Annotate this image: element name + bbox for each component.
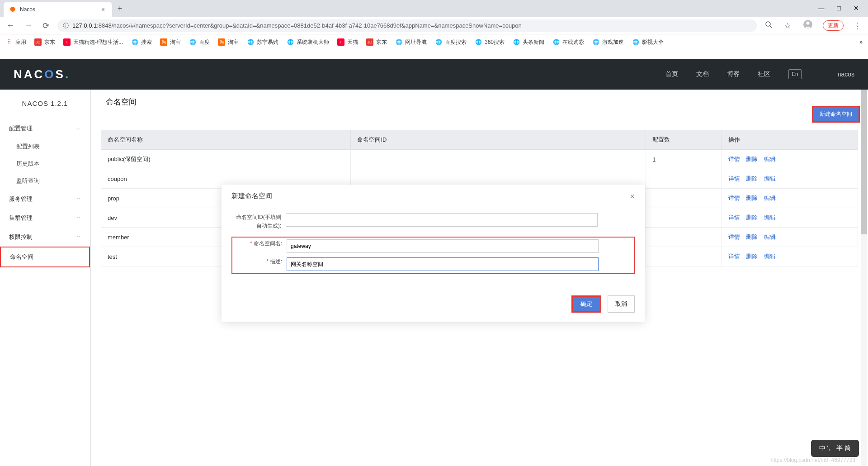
cell-ops: 详情 删除 编辑 bbox=[722, 169, 858, 189]
globe-icon: 🌐 bbox=[592, 38, 599, 46]
apps-button[interactable]: ⠿应用 bbox=[5, 38, 26, 46]
reload-icon[interactable]: ⟳ bbox=[41, 19, 51, 33]
close-window-icon[interactable]: ✕ bbox=[854, 5, 859, 12]
header-user[interactable]: nacos bbox=[838, 71, 854, 78]
bookmark-item[interactable]: 🌐游戏加速 bbox=[592, 38, 624, 46]
op-edit[interactable]: 编辑 bbox=[764, 253, 776, 260]
bookmark-overflow-icon[interactable]: » bbox=[859, 39, 863, 45]
nav-home[interactable]: 首页 bbox=[665, 70, 678, 78]
cell-ops: 详情 删除 编辑 bbox=[722, 150, 858, 169]
menu-icon[interactable]: ⋮ bbox=[852, 19, 863, 33]
op-delete[interactable]: 删除 bbox=[746, 253, 758, 260]
sidebar-item-history[interactable]: 历史版本 bbox=[0, 155, 90, 172]
op-delete[interactable]: 删除 bbox=[746, 156, 758, 162]
op-edit[interactable]: 编辑 bbox=[764, 233, 776, 240]
back-icon[interactable]: ← bbox=[5, 19, 16, 32]
globe-icon: 🌐 bbox=[131, 38, 138, 46]
star-icon[interactable]: ☆ bbox=[782, 19, 793, 33]
lang-toggle[interactable]: En bbox=[788, 69, 802, 79]
op-detail[interactable]: 详情 bbox=[728, 214, 740, 221]
globe-icon: 🌐 bbox=[552, 38, 560, 46]
jd-icon: JD bbox=[366, 38, 373, 46]
col-name: 命名空间名称 bbox=[101, 130, 351, 150]
address-bar: ← → ⟳ ⓘ 127.0.0.1:8848/nacos/#/namespace… bbox=[0, 17, 868, 34]
bookmark-item[interactable]: 🌐苏宁易购 bbox=[247, 38, 278, 46]
toolbar-right: ☆ 更新 ⋮ bbox=[763, 18, 863, 33]
forward-icon[interactable]: → bbox=[23, 19, 34, 32]
url-input[interactable]: ⓘ 127.0.0.1:8848/nacos/#/namespace?serve… bbox=[57, 19, 757, 32]
nav-blog[interactable]: 博客 bbox=[727, 70, 740, 78]
profile-icon[interactable] bbox=[801, 18, 815, 33]
cell-name: public(保留空间) bbox=[101, 150, 351, 169]
globe-icon: 🌐 bbox=[513, 38, 520, 46]
op-detail[interactable]: 详情 bbox=[728, 253, 740, 260]
sidebar-item-service-mgmt[interactable]: 服务管理﹀ bbox=[0, 190, 90, 209]
bookmark-item[interactable]: 🌐网址导航 bbox=[395, 38, 427, 46]
bookmark-item[interactable]: 🌐在线购彩 bbox=[552, 38, 584, 46]
maximize-icon[interactable]: □ bbox=[837, 5, 841, 12]
version-label: NACOS 1.2.1 bbox=[0, 100, 90, 107]
bookmark-item[interactable]: 🌐搜索 bbox=[131, 38, 152, 46]
browser-tab[interactable]: Nacos × bbox=[4, 2, 112, 17]
op-detail[interactable]: 详情 bbox=[728, 233, 740, 240]
bookmark-item[interactable]: T天猫精选-理想生活... bbox=[63, 38, 123, 46]
tab-bar: Nacos × + — □ ✕ bbox=[0, 0, 868, 17]
bookmark-item[interactable]: JD京东 bbox=[34, 38, 55, 46]
create-namespace-highlight: 新建命名空间 bbox=[812, 106, 860, 123]
nav-docs[interactable]: 文档 bbox=[696, 70, 709, 78]
site-info-icon[interactable]: ⓘ bbox=[63, 22, 69, 30]
update-button[interactable]: 更新 bbox=[823, 20, 844, 31]
chevron-down-icon: ﹀ bbox=[76, 215, 81, 221]
bookmark-item[interactable]: JD京东 bbox=[366, 38, 387, 46]
bookmark-item[interactable]: 淘淘宝 bbox=[218, 38, 239, 46]
minimize-icon[interactable]: — bbox=[818, 5, 825, 12]
tab-title: Nacos bbox=[20, 6, 96, 13]
nav-community[interactable]: 社区 bbox=[758, 70, 770, 78]
sidebar-item-config-list[interactable]: 配置列表 bbox=[0, 138, 90, 155]
modal-close-icon[interactable]: × bbox=[630, 192, 635, 201]
scroll-thumb[interactable] bbox=[861, 90, 867, 234]
apps-icon: ⠿ bbox=[5, 38, 13, 46]
sidebar-item-cluster-mgmt[interactable]: 集群管理﹀ bbox=[0, 209, 90, 228]
new-tab-icon[interactable]: + bbox=[112, 4, 128, 14]
bookmark-item[interactable]: 🌐系统装机大师 bbox=[287, 38, 329, 46]
op-edit[interactable]: 编辑 bbox=[764, 195, 776, 201]
globe-icon: 🌐 bbox=[632, 38, 639, 46]
bookmark-item[interactable]: 🌐头条新闻 bbox=[513, 38, 544, 46]
bookmark-item[interactable]: 🌐360搜索 bbox=[475, 38, 505, 46]
ime-indicator[interactable]: 中 '。 半 简 bbox=[811, 440, 859, 457]
taobao-icon: 淘 bbox=[218, 38, 225, 46]
sidebar-item-listener[interactable]: 监听查询 bbox=[0, 172, 90, 190]
cell-ops: 详情 删除 编辑 bbox=[722, 247, 858, 266]
op-detail[interactable]: 详情 bbox=[728, 175, 740, 182]
op-edit[interactable]: 编辑 bbox=[764, 175, 776, 182]
op-delete[interactable]: 删除 bbox=[746, 195, 758, 201]
bookmark-item[interactable]: 淘淘宝 bbox=[160, 38, 181, 46]
sidebar-item-access-ctrl[interactable]: 权限控制﹀ bbox=[0, 228, 90, 247]
namespace-id-input[interactable] bbox=[286, 213, 598, 227]
search-icon[interactable] bbox=[763, 19, 774, 32]
bookmark-item[interactable]: 🌐百度搜索 bbox=[435, 38, 467, 46]
bookmark-item[interactable]: T天猫 bbox=[337, 38, 358, 46]
namespace-desc-input[interactable] bbox=[287, 257, 599, 271]
confirm-button[interactable]: 确定 bbox=[573, 297, 600, 311]
op-edit[interactable]: 编辑 bbox=[764, 156, 776, 162]
bookmark-item[interactable]: 🌐百度 bbox=[189, 38, 210, 46]
sidebar: NACOS 1.2.1 配置管理︿ 配置列表 历史版本 监听查询 服务管理﹀ 集… bbox=[0, 90, 90, 466]
op-detail[interactable]: 详情 bbox=[728, 195, 740, 201]
bookmark-item[interactable]: 🌐影视大全 bbox=[632, 38, 664, 46]
scrollbar[interactable] bbox=[861, 90, 867, 466]
op-delete[interactable]: 删除 bbox=[746, 233, 758, 240]
tmall-icon: T bbox=[337, 38, 344, 46]
namespace-name-input[interactable] bbox=[287, 239, 599, 253]
cancel-button[interactable]: 取消 bbox=[608, 295, 635, 313]
sidebar-item-config-mgmt[interactable]: 配置管理︿ bbox=[0, 119, 90, 138]
create-namespace-button[interactable]: 新建命名空间 bbox=[813, 107, 859, 121]
logo[interactable]: NACOS. bbox=[14, 67, 70, 81]
op-delete[interactable]: 删除 bbox=[746, 214, 758, 221]
op-edit[interactable]: 编辑 bbox=[764, 214, 776, 221]
op-delete[interactable]: 删除 bbox=[746, 175, 758, 182]
op-detail[interactable]: 详情 bbox=[728, 156, 740, 162]
sidebar-item-namespace[interactable]: 命名空间 bbox=[0, 247, 90, 267]
tab-close-icon[interactable]: × bbox=[99, 6, 107, 13]
